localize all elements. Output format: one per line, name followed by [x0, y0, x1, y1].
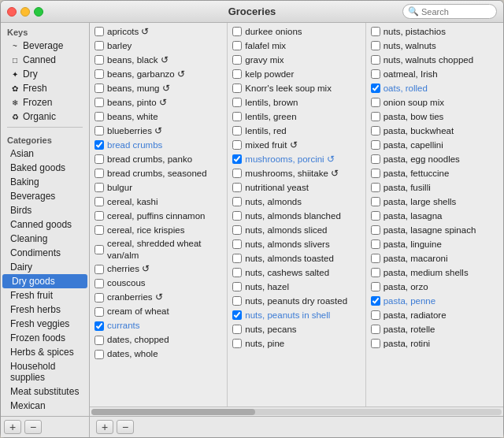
- list-item[interactable]: nuts, pecans: [228, 322, 365, 336]
- item-checkbox[interactable]: [232, 225, 242, 235]
- list-item[interactable]: bread crumbs, panko: [90, 152, 227, 166]
- item-checkbox[interactable]: [371, 310, 380, 320]
- list-item[interactable]: nuts, hazel: [228, 280, 365, 294]
- item-checkbox[interactable]: [94, 41, 104, 50]
- item-checkbox[interactable]: [232, 126, 242, 135]
- list-item[interactable]: apricots ↺: [90, 24, 227, 39]
- list-item[interactable]: mushrooms, porcini ↺: [228, 152, 365, 166]
- item-checkbox[interactable]: [232, 197, 242, 206]
- list-item[interactable]: bread crumbs: [90, 138, 227, 152]
- list-item[interactable]: mushrooms, shiitake ↺: [228, 166, 365, 180]
- horizontal-scrollbar[interactable]: [90, 406, 503, 416]
- list-item[interactable]: oats, rolled: [366, 81, 503, 95]
- item-checkbox[interactable]: [371, 69, 380, 79]
- sidebar-cat-herbs---spices[interactable]: Herbs & spices: [1, 345, 89, 359]
- sidebar-key-beverage[interactable]: ~Beverage: [1, 39, 89, 53]
- item-checkbox[interactable]: [94, 27, 104, 36]
- list-item[interactable]: nuts, almonds slivers: [228, 237, 365, 251]
- item-checkbox[interactable]: [94, 126, 104, 135]
- item-checkbox[interactable]: [94, 211, 104, 221]
- item-checkbox[interactable]: [232, 169, 242, 178]
- list-item[interactable]: pasta, medium shells: [366, 265, 503, 280]
- item-checkbox[interactable]: [94, 98, 104, 107]
- item-checkbox[interactable]: [371, 84, 380, 93]
- item-checkbox[interactable]: [371, 268, 380, 277]
- list-item[interactable]: nuts, pistachios: [366, 24, 503, 39]
- maximize-button[interactable]: [34, 7, 43, 17]
- list-item[interactable]: cereal, puffins cinnamon: [90, 209, 227, 223]
- item-checkbox[interactable]: [232, 27, 242, 36]
- list-item[interactable]: nuts, peanuts in shell: [228, 308, 365, 322]
- list-item[interactable]: bread crumbs, seasoned: [90, 166, 227, 180]
- item-checkbox[interactable]: [94, 69, 104, 79]
- sidebar-cat-asian[interactable]: Asian: [1, 147, 89, 161]
- list-item[interactable]: onion soup mix: [366, 95, 503, 110]
- list-item[interactable]: pasta, linguine: [366, 237, 503, 251]
- list-item[interactable]: kelp powder: [228, 67, 365, 81]
- list-item[interactable]: lentils, red: [228, 124, 365, 138]
- sidebar-cat-meat-substitutes[interactable]: Meat substitutes: [1, 384, 89, 399]
- item-checkbox[interactable]: [371, 41, 380, 50]
- sidebar-cat-beverages[interactable]: Beverages: [1, 189, 89, 203]
- close-button[interactable]: [7, 7, 17, 17]
- list-item[interactable]: pasta, rotini: [366, 336, 503, 351]
- list-item[interactable]: pasta, radiatore: [366, 308, 503, 322]
- item-checkbox[interactable]: [94, 55, 104, 65]
- list-item[interactable]: nutritional yeast: [228, 180, 365, 195]
- item-checkbox[interactable]: [232, 254, 242, 263]
- list-item[interactable]: lentils, green: [228, 110, 365, 124]
- item-checkbox[interactable]: [371, 27, 380, 36]
- item-checkbox[interactable]: [371, 112, 380, 121]
- item-checkbox[interactable]: [232, 339, 242, 348]
- list-item[interactable]: beans, mung ↺: [90, 81, 227, 95]
- list-item[interactable]: couscous: [90, 277, 227, 291]
- list-item[interactable]: pasta, macaroni: [366, 251, 503, 265]
- list-item[interactable]: nuts, pine: [228, 336, 365, 351]
- sidebar-key-fresh[interactable]: ✿Fresh: [1, 81, 89, 95]
- item-checkbox[interactable]: [232, 55, 242, 65]
- sidebar-cat-fresh-herbs[interactable]: Fresh herbs: [1, 303, 89, 317]
- sidebar-cat-household-supplies[interactable]: Household supplies: [1, 359, 89, 384]
- list-item[interactable]: nuts, almonds blanched: [228, 209, 365, 223]
- list-item[interactable]: blueberries ↺: [90, 124, 227, 138]
- sidebar-cat-fresh-veggies[interactable]: Fresh veggies: [1, 317, 89, 331]
- search-box[interactable]: 🔍: [402, 4, 497, 19]
- list-item[interactable]: pasta, fusilli: [366, 180, 503, 195]
- item-checkbox[interactable]: [371, 339, 380, 348]
- sidebar-cat-birds[interactable]: Birds: [1, 203, 89, 217]
- list-item[interactable]: beans, white: [90, 110, 227, 124]
- item-checkbox[interactable]: [94, 225, 104, 235]
- sidebar-cat-canned-goods[interactable]: Canned goods: [1, 217, 89, 232]
- list-item[interactable]: nuts, almonds sliced: [228, 223, 365, 237]
- list-item[interactable]: cranberries ↺: [90, 291, 227, 305]
- item-checkbox[interactable]: [371, 197, 380, 206]
- item-checkbox[interactable]: [232, 325, 242, 334]
- list-item[interactable]: barley: [90, 39, 227, 53]
- sidebar-cat-baked-goods[interactable]: Baked goods: [1, 161, 89, 175]
- add-category-button[interactable]: +: [4, 420, 21, 434]
- item-checkbox[interactable]: [94, 350, 104, 359]
- list-item[interactable]: dates, chopped: [90, 333, 227, 347]
- list-item[interactable]: pasta, lasagne spinach: [366, 223, 503, 237]
- remove-item-button[interactable]: −: [117, 420, 134, 434]
- sidebar-cat-dairy[interactable]: Dairy: [1, 260, 89, 274]
- list-item[interactable]: cereal, kashi: [90, 195, 227, 209]
- item-checkbox[interactable]: [371, 183, 380, 192]
- item-checkbox[interactable]: [94, 84, 104, 93]
- item-checkbox[interactable]: [94, 197, 104, 206]
- item-checkbox[interactable]: [371, 282, 380, 291]
- item-checkbox[interactable]: [232, 268, 242, 277]
- sidebar-cat-dry-goods[interactable]: Dry goods: [2, 274, 87, 288]
- item-checkbox[interactable]: [94, 245, 104, 254]
- item-checkbox[interactable]: [232, 154, 242, 164]
- list-item[interactable]: pasta, buckwheat: [366, 124, 503, 138]
- list-item[interactable]: pasta, orzo: [366, 280, 503, 294]
- item-checkbox[interactable]: [94, 293, 104, 303]
- list-item[interactable]: pasta, large shells: [366, 195, 503, 209]
- item-checkbox[interactable]: [94, 336, 104, 345]
- list-item[interactable]: mixed fruit ↺: [228, 138, 365, 152]
- sidebar-key-organic[interactable]: ♻Organic: [1, 110, 89, 124]
- list-item[interactable]: oatmeal, Irish: [366, 67, 503, 81]
- list-item[interactable]: nuts, walnuts: [366, 39, 503, 53]
- list-item[interactable]: nuts, peanuts dry roasted: [228, 294, 365, 308]
